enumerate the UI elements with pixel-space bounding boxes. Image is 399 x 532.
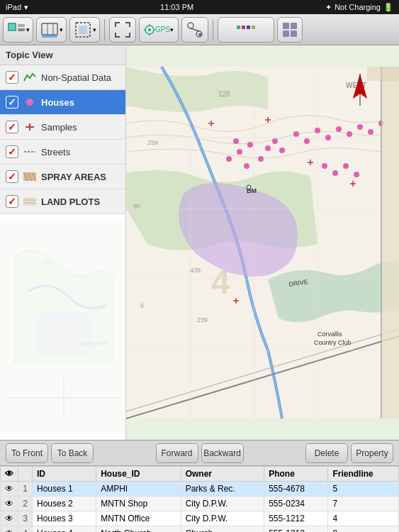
row-owner-1: City D.P.W.: [181, 497, 264, 511]
label-land-plots: LAND PLOTS: [41, 196, 100, 207]
svg-text:259: 259: [43, 258, 52, 265]
col-header-house-id: House_ID: [96, 467, 181, 482]
row-id-0: Houses 1: [33, 482, 96, 497]
row-owner-3: Church: [181, 526, 264, 533]
map-area[interactable]: DRIVE Corvallis Country Club 259 90 6 43…: [126, 45, 399, 440]
table-row[interactable]: 👁 1 Houses 1 AMPHI Parks & Rec. 555-4678…: [1, 482, 399, 497]
table-row[interactable]: 👁 3 Houses 3 MNTN Office City D.P.W. 555…: [1, 511, 399, 526]
dot-pink-icon: [23, 97, 37, 107]
checkbox-samples[interactable]: ✓: [6, 121, 18, 133]
svg-text:Corvallis: Corvallis: [317, 331, 342, 338]
row-phone-0: 555-4678: [264, 482, 328, 497]
to-front-button[interactable]: To Front: [6, 443, 48, 463]
svg-point-86: [322, 163, 327, 169]
row-id-1: Houses 2: [33, 497, 96, 511]
svg-point-81: [336, 126, 342, 132]
svg-point-79: [315, 128, 320, 133]
svg-point-68: [237, 149, 242, 155]
gps-button[interactable]: GPS ▾: [139, 17, 179, 43]
svg-rect-1: [9, 24, 15, 30]
svg-point-80: [325, 135, 331, 140]
checkbox-spray-areas[interactable]: ✓: [6, 170, 18, 183]
status-right: ✦ Not Charging 🔋: [325, 3, 393, 12]
svg-point-73: [272, 138, 278, 144]
row-phone-2: 555-1212: [264, 511, 328, 526]
route-button[interactable]: [181, 17, 208, 43]
svg-point-89: [354, 172, 359, 177]
row-owner-2: City D.P.W.: [181, 511, 264, 526]
select-button[interactable]: ▾: [69, 17, 100, 43]
forward-button[interactable]: Forward: [156, 443, 198, 463]
svg-point-69: [247, 142, 253, 148]
svg-rect-27: [291, 31, 297, 37]
col-header-owner: Owner: [181, 467, 264, 482]
svg-text:439: 439: [190, 267, 201, 274]
check-samples: ✓: [8, 121, 16, 133]
table-container[interactable]: 👁 ID House_ID Owner Phone Friendline 👁 1…: [0, 466, 399, 532]
map-icon: [40, 20, 60, 40]
table-row[interactable]: 👁 4 Houses 4 North Church Church 555-121…: [1, 526, 399, 533]
check-spray-areas: ✓: [8, 171, 16, 182]
row-eye-3[interactable]: 👁: [1, 526, 18, 533]
property-button[interactable]: Property: [351, 443, 393, 463]
gps-label: GPS: [155, 26, 170, 33]
svg-text:259: 259: [147, 139, 158, 146]
eye-icon-1: 👁: [5, 499, 13, 509]
layers-button[interactable]: ▾: [3, 17, 33, 43]
layers-arrow: ▾: [26, 26, 30, 33]
to-back-button[interactable]: To Back: [51, 443, 94, 463]
row-eye-0[interactable]: 👁: [1, 482, 18, 497]
data-table: 👁 ID House_ID Owner Phone Friendline 👁 1…: [0, 466, 399, 532]
bluetooth-icon: ✦: [325, 3, 332, 12]
topic-item-samples[interactable]: ✓ Samples: [0, 115, 125, 140]
svg-text:Country Club: Country Club: [314, 339, 352, 346]
svg-rect-4: [42, 23, 57, 35]
label-streets: Streets: [41, 147, 70, 157]
col-header-id: ID: [33, 467, 96, 482]
wifi-icon: ▾: [24, 3, 28, 12]
map-view-button[interactable]: ▾: [36, 17, 67, 43]
grid-icon: [281, 21, 298, 38]
svg-point-78: [304, 138, 310, 144]
label-spray-areas: SPRAY AREAS: [41, 172, 106, 182]
table-row[interactable]: 👁 2 Houses 2 MNTN Shop City D.P.W. 555-0…: [1, 497, 399, 511]
svg-point-87: [332, 170, 338, 176]
topic-item-streets[interactable]: ✓ Streets: [0, 140, 125, 165]
legend-button[interactable]: [218, 17, 274, 43]
svg-point-88: [343, 163, 349, 169]
checkbox-land-plots[interactable]: ✓: [6, 195, 18, 208]
status-left: iPad ▾: [6, 3, 28, 12]
row-friendline-2: 4: [328, 511, 399, 526]
toolbar-sep2: [213, 19, 213, 40]
panel-header: Topic View: [0, 45, 125, 65]
topic-item-houses[interactable]: ✓ Houses: [0, 90, 125, 115]
topic-item-spray-areas[interactable]: ✓ SPRAY AREAS: [0, 165, 125, 189]
icon-land-plots: [23, 196, 37, 207]
checkbox-houses[interactable]: ✓: [6, 96, 18, 109]
label-houses: Houses: [41, 97, 74, 108]
extent-icon: [113, 20, 133, 40]
checkbox-streets[interactable]: ✓: [6, 145, 18, 158]
row-num-1: 2: [18, 497, 33, 511]
status-time: 11:03 PM: [160, 3, 193, 11]
svg-rect-24: [283, 23, 289, 29]
delete-button[interactable]: Delete: [305, 443, 348, 463]
col-header-friendline: Friendline: [328, 467, 399, 482]
svg-rect-20: [237, 26, 240, 29]
svg-rect-22: [247, 26, 250, 29]
eye-icon-3: 👁: [5, 528, 13, 532]
checkbox-nonspatial[interactable]: ✓: [6, 71, 18, 84]
row-eye-1[interactable]: 👁: [1, 497, 18, 511]
svg-rect-37: [23, 197, 36, 206]
topic-item-nonspatial[interactable]: ✓ Non-Spatial Data: [0, 65, 125, 90]
svg-rect-9: [79, 26, 87, 34]
row-eye-2[interactable]: 👁: [1, 511, 18, 526]
backward-button[interactable]: Backward: [201, 443, 244, 463]
svg-point-82: [347, 131, 352, 137]
grid-button[interactable]: [277, 17, 303, 43]
extent-button[interactable]: [109, 17, 136, 43]
topic-item-land-plots[interactable]: ✓ LAND PLOTS: [0, 189, 125, 214]
row-phone-3: 555-1213: [264, 526, 328, 533]
svg-text:6: 6: [140, 302, 144, 309]
status-bar: iPad ▾ 11:03 PM ✦ Not Charging 🔋: [0, 0, 399, 14]
